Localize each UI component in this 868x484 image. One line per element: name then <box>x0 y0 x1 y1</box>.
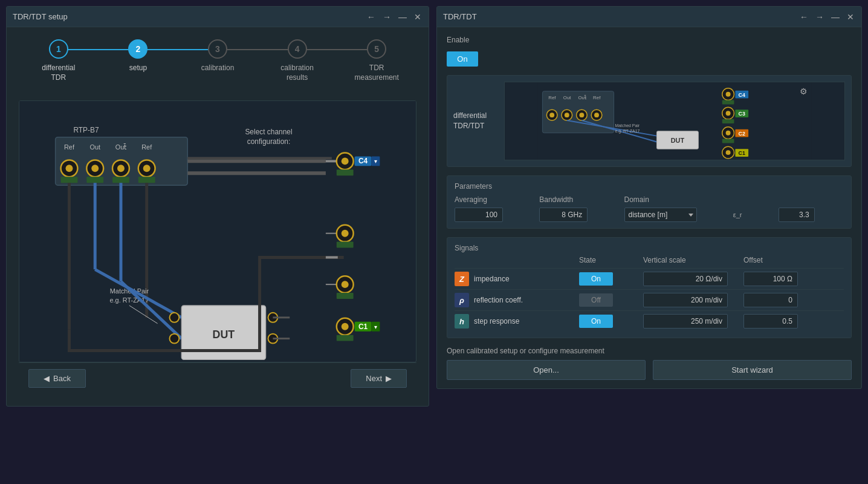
bottom-action: Open calibrated setup or configure measu… <box>447 347 852 380</box>
step-response-offset-input[interactable] <box>743 314 798 329</box>
diagram-svg: RTP-B7 Ref Out Out̄ Ref <box>19 101 416 359</box>
svg-text:C1: C1 <box>358 322 368 331</box>
step-label-3: calibration <box>201 64 235 73</box>
svg-rect-92 <box>722 119 734 123</box>
signal-reflection-name-cell: ρ reflection coeff. <box>455 293 575 307</box>
left-forward-arrow[interactable]: → <box>381 13 392 21</box>
impedance-label: impedance <box>474 275 510 283</box>
step-connector-2 <box>138 49 218 50</box>
open-button[interactable]: Open... <box>447 360 646 380</box>
svg-point-96 <box>726 131 731 136</box>
svg-text:Ref: Ref <box>141 143 152 151</box>
svg-point-101 <box>726 150 731 155</box>
signal-impedance-name-cell: Z impedance <box>455 272 575 286</box>
svg-point-78 <box>594 113 599 117</box>
start-wizard-button[interactable]: Start wizard <box>653 360 852 380</box>
svg-point-49 <box>342 230 349 237</box>
bandwidth-input[interactable] <box>539 208 588 222</box>
svg-text:C3: C3 <box>739 111 745 117</box>
right-titlebar-controls: ← → — ✕ <box>798 13 855 21</box>
step-circle-1: 1 <box>49 39 68 59</box>
right-minimize-btn[interactable]: — <box>830 13 841 21</box>
step-label-1: differential TDR <box>42 64 75 82</box>
svg-rect-8 <box>61 177 78 183</box>
step-label-2: setup <box>129 64 147 73</box>
svg-point-34 <box>169 334 179 344</box>
left-titlebar: TDR/TDT setup ← → — ✕ <box>7 7 429 27</box>
signal-row-impedance: Z impedance On <box>455 268 844 289</box>
action-info: Open calibrated setup or configure measu… <box>447 347 852 355</box>
diff-tdr-label: differential TDR/TDT <box>453 111 496 131</box>
svg-text:Out̄: Out̄ <box>578 95 586 100</box>
svg-text:⚙: ⚙ <box>800 87 808 96</box>
impedance-state-btn[interactable]: On <box>579 272 613 286</box>
right-forward-arrow[interactable]: → <box>814 13 825 21</box>
step-response-state-btn[interactable]: On <box>579 315 613 328</box>
bottom-bar: ◀ Back Next ▶ <box>19 362 416 394</box>
signals-section: Signals State Vertical scale Offset Z im… <box>447 237 852 338</box>
reflection-offset-input[interactable] <box>743 293 798 307</box>
step-circle-5: 5 <box>367 39 386 59</box>
left-close-btn[interactable]: ✕ <box>413 13 423 21</box>
svg-text:Out̄: Out̄ <box>115 143 128 151</box>
svg-point-76 <box>579 113 584 117</box>
epsilon-input[interactable] <box>779 208 815 222</box>
enable-toggle[interactable]: On <box>447 51 478 67</box>
right-close-btn[interactable]: ✕ <box>846 13 855 21</box>
next-button[interactable]: Next ▶ <box>351 369 407 388</box>
svg-rect-11 <box>86 177 103 183</box>
domain-select[interactable]: distance [m] <box>624 208 697 222</box>
action-btns: Open... Start wizard <box>447 360 852 380</box>
step-connector-4 <box>297 49 377 50</box>
svg-rect-14 <box>112 177 129 183</box>
next-arrow-icon: ▶ <box>386 374 392 383</box>
svg-point-74 <box>565 113 569 117</box>
left-minimize-btn[interactable]: — <box>397 13 408 21</box>
left-title: TDR/TDT setup <box>13 12 68 21</box>
svg-text:DUT: DUT <box>213 329 235 341</box>
svg-text:Matched Pair: Matched Pair <box>615 123 640 128</box>
svg-point-33 <box>169 313 179 322</box>
impedance-scale-input[interactable] <box>643 272 728 286</box>
impedance-offset-input[interactable] <box>743 272 798 286</box>
svg-rect-58 <box>337 335 354 341</box>
svg-text:Out: Out <box>89 143 100 151</box>
step-connector-1 <box>59 49 138 50</box>
right-panel: TDR/TDT ← → — ✕ Enable On differential T… <box>436 6 862 389</box>
svg-rect-50 <box>337 242 354 248</box>
left-back-arrow[interactable]: ← <box>366 13 377 21</box>
svg-point-41 <box>342 158 349 165</box>
wizard-step-4: 4 calibration results <box>257 39 337 82</box>
svg-rect-87 <box>722 100 734 105</box>
averaging-label: Averaging <box>455 195 532 204</box>
averaging-input[interactable] <box>455 208 503 222</box>
svg-text:C4: C4 <box>358 157 368 166</box>
step-circle-3: 3 <box>208 39 227 59</box>
step-circle-2: 2 <box>128 39 147 59</box>
svg-text:Ref: Ref <box>64 143 75 151</box>
svg-text:▾: ▾ <box>374 159 377 165</box>
svg-text:configuration:: configuration: <box>247 137 290 146</box>
svg-text:C2: C2 <box>739 131 745 137</box>
right-back-arrow[interactable]: ← <box>798 13 809 21</box>
step-connector-3 <box>218 49 297 50</box>
reflection-state-btn[interactable]: Off <box>579 293 613 307</box>
svg-rect-54 <box>337 293 354 299</box>
back-button[interactable]: ◀ Back <box>28 369 86 388</box>
svg-rect-97 <box>722 139 734 143</box>
wizard-step-5: 5 TDR measurement <box>337 39 416 82</box>
step-label-5: TDR measurement <box>355 64 399 82</box>
wizard-steps: 1 differential TDR 2 setup 3 calibration <box>19 39 416 82</box>
step-response-icon: h <box>455 314 469 329</box>
svg-text:Out: Out <box>563 95 571 100</box>
svg-point-86 <box>726 92 731 97</box>
step-response-scale-input[interactable] <box>643 314 728 329</box>
signal-row-step: h step response On <box>455 310 844 332</box>
reflection-scale-input[interactable] <box>643 293 728 307</box>
svg-text:C4: C4 <box>739 92 745 98</box>
probe-box-label: RTP-B7 <box>73 126 99 134</box>
right-titlebar: TDR/TDT ← → — ✕ <box>437 7 861 27</box>
vertical-scale-header: Vertical scale <box>643 256 740 264</box>
enable-section: Enable On <box>447 36 852 67</box>
diff-diagram-img: Ref Out Out̄ Ref <box>504 82 845 160</box>
